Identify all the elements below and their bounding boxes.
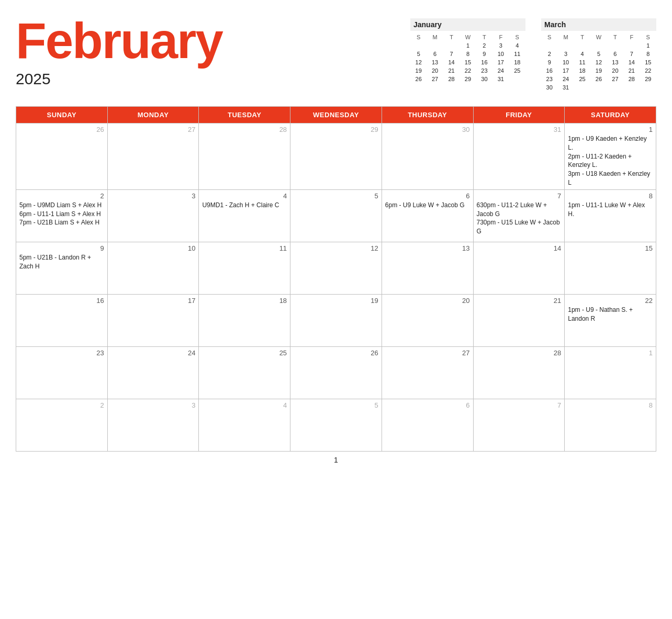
mini-cal-day: 28	[443, 75, 460, 83]
calendar-cell: 30	[382, 123, 473, 190]
mini-cal-day: 10	[492, 50, 509, 58]
calendar-cell: 18	[199, 294, 290, 346]
cell-date: 11	[202, 244, 287, 252]
cell-events: 5pm - U9MD Liam S + Alex H 6pm - U11-1 L…	[19, 201, 104, 227]
mini-cal-day: 25	[509, 66, 525, 75]
main-page: February 2025 January S M T W T F	[0, 0, 672, 619]
mini-cal-day: 2	[476, 41, 492, 50]
mini-cal-day: 7	[623, 50, 640, 58]
cell-date: 9	[19, 244, 104, 252]
mini-cal-jan-header-f: F	[492, 33, 509, 41]
mini-cal-day	[590, 41, 607, 50]
calendar-cell: 4	[199, 399, 290, 451]
mini-cal-day: 10	[557, 58, 574, 66]
mini-cal-day: 21	[443, 66, 460, 75]
calendar-cell: 2	[16, 399, 108, 451]
cell-date: 5	[294, 192, 378, 200]
mini-cal-day: 20	[607, 66, 623, 75]
mini-cal-day: 27	[607, 75, 623, 83]
mini-cal-day: 1	[640, 41, 656, 50]
cell-date: 28	[477, 349, 562, 357]
cell-date: 18	[202, 297, 287, 305]
calendar-cell: 29	[290, 123, 382, 190]
mini-cal-day: 31	[492, 75, 509, 83]
mini-cal-day: 4	[509, 41, 525, 50]
cal-header: SATURDAY	[565, 107, 656, 123]
cell-date: 6	[385, 192, 470, 200]
mini-cal-day: 3	[557, 50, 574, 58]
mini-cal-day: 26	[410, 75, 427, 83]
mini-cal-day: 1	[460, 41, 476, 50]
mini-cal-day: 22	[640, 66, 656, 75]
mini-cal-day: 21	[623, 66, 640, 75]
cell-events: 630pm - U11-2 Luke W + Jacob G 730pm - U…	[477, 201, 562, 236]
calendar-cell: 7630pm - U11-2 Luke W + Jacob G 730pm - …	[473, 189, 565, 242]
cell-date: 27	[385, 349, 470, 357]
cell-date: 30	[385, 126, 470, 133]
mini-cal-jan-header-s2: S	[509, 33, 525, 41]
mini-cal-day: 13	[607, 58, 623, 66]
mini-cal-mar-header-s2: S	[640, 33, 656, 41]
mini-cal-day: 8	[640, 50, 656, 58]
cell-date: 27	[111, 126, 196, 133]
calendar-cell: 17	[107, 294, 199, 346]
mini-cal-day: 22	[460, 66, 476, 75]
calendar-cell: 26	[290, 346, 382, 399]
mini-cal-day: 4	[574, 50, 590, 58]
calendar-cell: 66pm - U9 Luke W + Jacob G	[382, 189, 473, 242]
calendar-cell: 11pm - U9 Kaeden + Kenzley L. 2pm - U11-…	[565, 123, 656, 190]
year-title: 2025	[16, 70, 225, 88]
mini-cal-day: 29	[640, 75, 656, 83]
calendar-cell: 21	[473, 294, 565, 346]
cell-date: 29	[294, 126, 378, 133]
cell-date: 23	[19, 349, 104, 357]
mini-cal-day: 9	[541, 58, 557, 66]
mini-cal-day: 19	[590, 66, 607, 75]
calendar-cell: 10	[107, 242, 199, 294]
calendar-cell: 28	[199, 123, 290, 190]
mini-cal-day: 11	[509, 50, 525, 58]
mini-cal-day: 5	[410, 50, 427, 58]
calendar-cell: 24	[107, 346, 199, 399]
mini-cal-jan-header-w: W	[460, 33, 476, 41]
cell-date: 22	[568, 297, 653, 305]
cell-date: 19	[294, 297, 378, 305]
mini-cal-mar-header-w: W	[590, 33, 607, 41]
cell-events: 6pm - U9 Luke W + Jacob G	[385, 201, 470, 210]
mini-cal-mar-header-m: M	[557, 33, 574, 41]
mini-cal-day	[443, 41, 460, 50]
cell-date: 7	[477, 192, 562, 200]
main-calendar: SUNDAYMONDAYTUESDAYWEDNESDAYTHURSDAYFRID…	[16, 106, 656, 452]
calendar-cell: 95pm - U21B - Landon R + Zach H	[16, 242, 108, 294]
mini-cal-day: 6	[607, 50, 623, 58]
calendar-cell: 12	[290, 242, 382, 294]
mini-cal-day: 26	[590, 75, 607, 83]
cell-date: 26	[19, 126, 104, 133]
mini-cal-jan-header-m: M	[427, 33, 443, 41]
mini-cal-mar-header-f: F	[623, 33, 640, 41]
cell-date: 25	[202, 349, 287, 357]
mini-cal-day	[623, 41, 640, 50]
mini-cal-day: 18	[509, 58, 525, 66]
calendar-cell: 3	[107, 399, 199, 451]
calendar-cell: 14	[473, 242, 565, 294]
calendar-cell: 28	[473, 346, 565, 399]
mini-cal-march-title: March	[541, 18, 656, 31]
cell-date: 5	[294, 401, 378, 409]
mini-cal-mar-header-t2: T	[607, 33, 623, 41]
cell-events: U9MD1 - Zach H + Claire C	[202, 201, 287, 210]
mini-cal-january: January S M T W T F S 1234567891011	[410, 18, 525, 92]
cal-header: SUNDAY	[16, 107, 108, 123]
calendar-cell: 31	[473, 123, 565, 190]
calendar-cell: 26	[16, 123, 108, 190]
cal-header: WEDNESDAY	[290, 107, 382, 123]
mini-cal-day	[623, 83, 640, 92]
cell-date: 4	[202, 401, 287, 409]
cell-date: 14	[477, 244, 562, 252]
mini-cal-day: 18	[574, 66, 590, 75]
mini-cal-day: 30	[541, 83, 557, 92]
cell-date: 1	[568, 126, 653, 133]
cell-date: 13	[385, 244, 470, 252]
mini-cal-day: 16	[541, 66, 557, 75]
calendar-cell: 6	[382, 399, 473, 451]
